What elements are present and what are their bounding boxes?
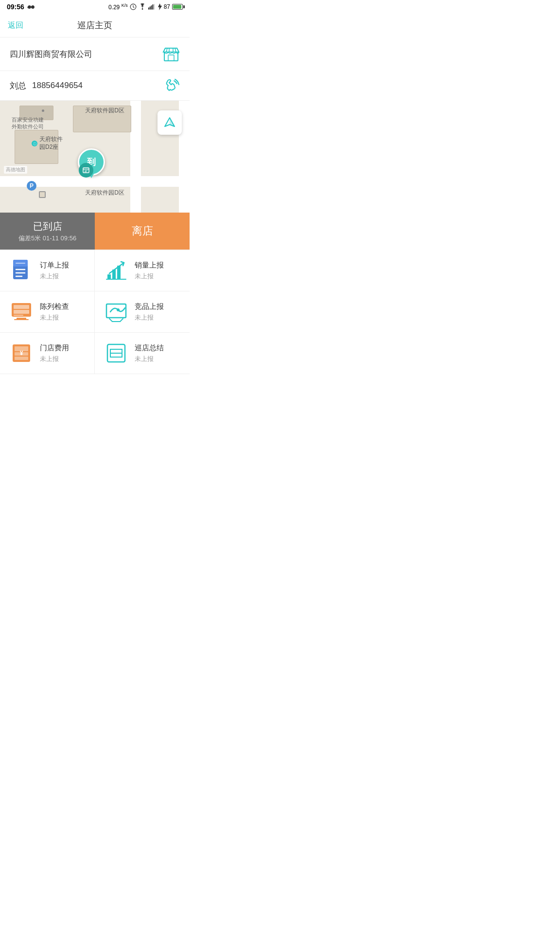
- sales-icon: [105, 259, 128, 282]
- fee-title: 门店费用: [40, 343, 69, 353]
- battery-icon: [172, 4, 183, 10]
- action-text-summary: 巡店总结 未上报: [135, 343, 164, 363]
- small-building: [39, 191, 46, 198]
- action-text-fee: 门店费用 未上报: [40, 343, 69, 363]
- signal-icon: [148, 3, 155, 10]
- svg-rect-45: [15, 357, 28, 360]
- svg-rect-5: [151, 5, 152, 9]
- svg-rect-26: [107, 274, 111, 279]
- svg-line-13: [175, 48, 176, 52]
- sales-status: 未上报: [135, 272, 164, 281]
- order-title: 订单上报: [40, 261, 69, 270]
- wifi-icon: [139, 3, 146, 10]
- action-item-display[interactable]: 陈列检查 未上报: [0, 291, 95, 333]
- svg-line-29: [109, 263, 124, 273]
- action-text-order: 订单上报 未上报: [40, 261, 69, 281]
- action-item-order[interactable]: 订单上报 未上报: [0, 250, 95, 291]
- svg-line-39: [109, 319, 112, 322]
- action-item-competitor[interactable]: 竞品上报 未上报: [95, 291, 190, 333]
- company-name: 四川辉图商贸有限公司: [10, 49, 92, 60]
- svg-rect-7: [154, 4, 155, 9]
- svg-text:¥: ¥: [20, 350, 23, 357]
- arrived-button[interactable]: 已到店 偏差5米 01-11 09:56: [0, 213, 95, 250]
- svg-rect-4: [149, 6, 150, 9]
- action-item-sales[interactable]: 销量上报 未上报: [95, 250, 190, 291]
- display-title: 陈列检查: [40, 302, 69, 311]
- clock-icon: [130, 3, 137, 10]
- contact-info: 刘总 18856449654: [10, 80, 83, 91]
- svg-text:∞: ∞: [27, 5, 30, 10]
- speed-display: 0.29 K/s: [108, 3, 128, 11]
- map-label-d2: ⓘ 天府软件园D2座: [29, 135, 65, 152]
- svg-rect-6: [152, 4, 153, 10]
- map-label-park-d-bottom: 天府软件园D区: [83, 188, 126, 198]
- arrived-label: 已到店: [33, 220, 62, 233]
- parking-icon: P: [27, 181, 36, 191]
- store-icon: [162, 45, 180, 63]
- navigate-button[interactable]: [158, 110, 182, 135]
- contact-section[interactable]: 刘总 18856449654: [0, 71, 190, 101]
- action-item-fee[interactable]: ¥ 门店费用 未上报: [0, 333, 95, 374]
- svg-rect-32: [14, 305, 29, 309]
- display-status: 未上报: [40, 313, 69, 322]
- map-background: 天府软件园D区 百家安业功建外勤软件公司 ⓘ 天府软件园D2座 天府软件园D区 …: [0, 101, 190, 213]
- arrived-sub: 偏差5米 01-11 09:56: [18, 234, 76, 243]
- status-time: 09:56: [7, 3, 24, 11]
- svg-rect-33: [14, 310, 29, 314]
- svg-point-38: [117, 308, 120, 311]
- battery-level: 87: [164, 3, 170, 10]
- action-grid: 订单上报 未上报 销量上报 未上报: [0, 250, 190, 374]
- status-bar: 09:56 ∞ 0.29 K/s: [0, 0, 190, 14]
- map-dot: [42, 109, 44, 112]
- action-text-competitor: 竞品上报 未上报: [135, 302, 164, 322]
- marker-sub-icon: [79, 163, 93, 178]
- display-icon: [10, 300, 33, 323]
- contact-name: 刘总: [10, 80, 26, 91]
- map-section: 天府软件园D区 百家安业功建外勤软件公司 ⓘ 天府软件园D2座 天府软件园D区 …: [0, 101, 190, 213]
- svg-rect-3: [148, 7, 149, 9]
- page-title: 巡店主页: [77, 19, 112, 31]
- summary-icon: [105, 341, 128, 365]
- status-left: 09:56 ∞: [7, 3, 35, 11]
- infinity-icon: ∞: [27, 3, 35, 10]
- company-section: 四川辉图商贸有限公司: [0, 37, 190, 71]
- leave-button[interactable]: 离店: [95, 213, 190, 250]
- map-watermark: 高德地图: [4, 166, 27, 174]
- sales-title: 销量上报: [135, 261, 164, 270]
- status-right: 0.29 K/s 87: [108, 3, 183, 11]
- svg-line-40: [120, 319, 123, 322]
- svg-line-10: [166, 48, 167, 52]
- order-status: 未上报: [40, 272, 69, 281]
- svg-rect-9: [168, 55, 174, 61]
- page-header: 返回 巡店主页: [0, 14, 190, 37]
- map-label-company: 百家安业功建外勤软件公司: [10, 115, 46, 131]
- fee-status: 未上报: [40, 355, 69, 363]
- map-actions: 已到店 偏差5米 01-11 09:56 离店: [0, 213, 190, 250]
- phone-icon[interactable]: [164, 78, 180, 93]
- back-button[interactable]: 返回: [8, 20, 23, 31]
- action-text-sales: 销量上报 未上报: [135, 261, 164, 281]
- svg-text:ⓘ: ⓘ: [33, 142, 36, 145]
- competitor-status: 未上报: [135, 313, 164, 322]
- map-label-park-d: 天府软件园D区: [83, 106, 126, 116]
- order-icon: [10, 259, 33, 282]
- contact-phone: 18856449654: [32, 81, 83, 90]
- action-item-summary[interactable]: 巡店总结 未上报: [95, 333, 190, 374]
- svg-rect-34: [14, 315, 23, 316]
- svg-point-2: [141, 8, 143, 10]
- road-vertical: [130, 101, 141, 213]
- fee-icon: ¥: [10, 341, 33, 365]
- competitor-title: 竞品上报: [135, 302, 164, 311]
- competitor-icon: [105, 300, 128, 323]
- charging-icon: [157, 3, 162, 10]
- summary-status: 未上报: [135, 355, 164, 363]
- summary-title: 巡店总结: [135, 343, 164, 353]
- action-text-display: 陈列检查 未上报: [40, 302, 69, 322]
- leave-label: 离店: [132, 224, 153, 238]
